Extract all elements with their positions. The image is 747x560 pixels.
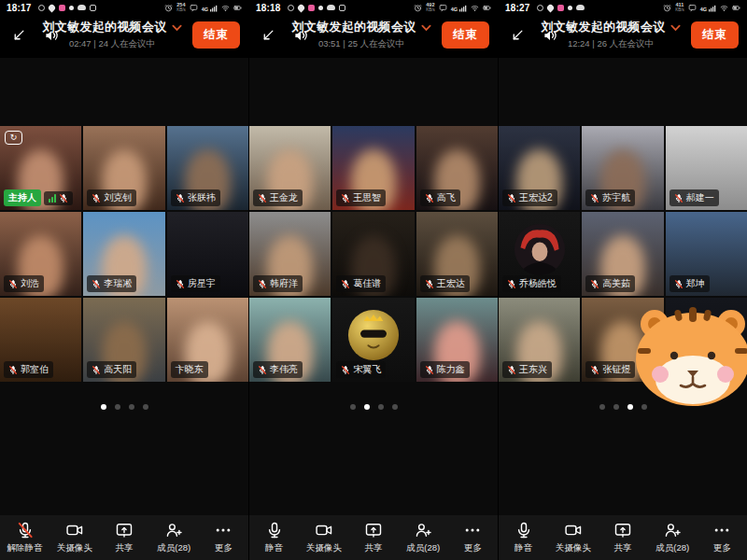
share-button[interactable]: 共享 xyxy=(598,521,647,554)
participant-tile[interactable]: 王宏达 xyxy=(416,212,498,296)
participant-tile[interactable]: 王东兴 xyxy=(499,298,580,382)
more-button[interactable]: 更多 xyxy=(448,521,498,554)
participant-tile[interactable]: 高美茹 xyxy=(582,212,663,296)
battery-icon xyxy=(483,4,491,12)
muted-mic-icon xyxy=(425,279,434,289)
participant-tile[interactable]: 房星宇 xyxy=(167,212,248,296)
camera-button[interactable]: 关摄像头 xyxy=(299,521,348,554)
participant-tile[interactable]: 李瑞凇 xyxy=(83,212,164,296)
participant-tile[interactable]: 刘克钊 xyxy=(83,126,164,210)
participant-tile[interactable]: 陈力鑫 xyxy=(416,298,498,382)
participant-name: 刘克钊 xyxy=(104,191,132,204)
tile-badges: 高天阳 xyxy=(87,361,136,378)
unmute-button[interactable]: 解除静音 xyxy=(0,521,49,554)
host-status-chip xyxy=(44,191,73,205)
page-dot xyxy=(143,404,148,410)
cellular-4g-icon: 4G xyxy=(451,4,467,12)
participant-name-label: 王宏达 xyxy=(420,275,470,292)
muted-mic-icon xyxy=(425,365,434,375)
share-button[interactable]: 共享 xyxy=(99,521,148,554)
battery-icon xyxy=(233,4,242,12)
tile-badges: 王金龙 xyxy=(253,189,303,206)
meeting-title[interactable]: 刘文敏发起的视频会议 xyxy=(292,19,431,35)
minimize-icon[interactable] xyxy=(8,25,29,46)
participant-tile[interactable]: 王思智 xyxy=(332,126,414,210)
more-icon xyxy=(463,521,482,539)
participant-tile[interactable]: 郭室伯 xyxy=(0,298,81,382)
participant-tile[interactable]: 郝建一 xyxy=(666,126,747,210)
participant-tile[interactable]: 韩府洋 xyxy=(249,212,331,296)
meeting-subtitle: 03:51 | 25 人在会议中 xyxy=(283,38,440,50)
members-button[interactable]: 成员(28) xyxy=(149,521,199,554)
participant-name: 乔杨皓悦 xyxy=(519,277,557,290)
page-dot xyxy=(115,404,120,410)
participant-tile[interactable]: 卞晓东 xyxy=(167,298,248,382)
participant-name: 葛佳谱 xyxy=(353,277,381,290)
participant-tile[interactable]: 葛佳谱 xyxy=(332,212,414,296)
tile-badges: 刘浩 xyxy=(4,275,44,292)
participant-tile[interactable]: 张朕祎 xyxy=(167,126,248,210)
end-meeting-button[interactable]: 结束 xyxy=(442,21,489,49)
participant-name: 郑坤 xyxy=(686,277,705,290)
participant-tile[interactable]: 高飞 xyxy=(416,126,498,210)
meeting-title[interactable]: 刘文敏发起的视频会议 xyxy=(542,19,681,35)
camera-icon xyxy=(563,521,584,539)
participant-tile[interactable]: 乔杨皓悦 xyxy=(499,212,580,296)
meeting-window-2: 18:18 492KB/s4G 刘文敏发起的视频会议 03:51 | 25 人在… xyxy=(248,0,498,560)
minimize-icon[interactable] xyxy=(258,25,278,46)
chevron-down-icon xyxy=(172,19,182,35)
toolbar-label: 静音 xyxy=(514,542,532,554)
title-bar: 刘文敏发起的视频会议 03:51 | 25 人在会议中 结束 xyxy=(249,15,498,58)
minimize-icon[interactable] xyxy=(507,25,528,46)
participant-name-label: 郭室伯 xyxy=(4,361,53,378)
more-button[interactable]: 更多 xyxy=(199,521,248,554)
status-icon-circle xyxy=(38,5,45,11)
members-icon xyxy=(414,521,433,539)
meeting-title[interactable]: 刘文敏发起的视频会议 xyxy=(43,19,182,35)
tile-badges: 房星宇 xyxy=(171,275,220,292)
more-button[interactable]: 更多 xyxy=(698,521,747,554)
tile-badges: 李伟亮 xyxy=(253,361,303,378)
share-icon xyxy=(613,521,632,539)
participant-name-label: 房星宇 xyxy=(171,275,220,292)
participant-tile[interactable]: 李伟亮 xyxy=(249,298,331,382)
members-button[interactable]: 成员(28) xyxy=(399,521,448,554)
participant-name: 房星宇 xyxy=(188,277,216,290)
muted-mic-icon xyxy=(258,279,267,289)
toolbar-label: 静音 xyxy=(265,542,283,554)
toolbar-label: 更多 xyxy=(713,542,731,554)
status-left-icons xyxy=(537,5,585,11)
participant-name-label: 宋翼飞 xyxy=(336,361,386,378)
share-icon xyxy=(115,521,134,539)
end-meeting-button[interactable]: 结束 xyxy=(192,21,240,49)
participant-tile[interactable]: 主持人 xyxy=(0,126,81,210)
mute-button[interactable]: 静音 xyxy=(249,521,299,554)
participant-tile[interactable]: 郑坤 xyxy=(666,212,747,296)
status-right-icons: 492KB/s4G xyxy=(414,3,491,12)
participant-tile[interactable]: 王宏达2 xyxy=(499,126,580,210)
page-dot xyxy=(392,404,398,410)
tile-badges: 宋翼飞 xyxy=(336,361,386,378)
participant-tile[interactable]: 苏宇航 xyxy=(582,126,663,210)
participant-tile[interactable]: 高天阳 xyxy=(83,298,164,382)
end-meeting-button[interactable]: 结束 xyxy=(691,21,739,49)
participant-tile[interactable]: 刘浩 xyxy=(0,212,81,296)
toolbar-label: 关摄像头 xyxy=(556,542,591,554)
camera-button[interactable]: 关摄像头 xyxy=(548,521,598,554)
participant-tile[interactable]: 王金龙 xyxy=(249,126,331,210)
members-button[interactable]: 成员(28) xyxy=(648,521,698,554)
flip-camera-icon[interactable] xyxy=(5,131,22,145)
page-dot-active xyxy=(364,404,370,410)
share-button[interactable]: 共享 xyxy=(348,521,398,554)
participant-name-label: 高天阳 xyxy=(87,361,136,378)
toolbar-label: 成员(28) xyxy=(157,542,190,554)
camera-button[interactable]: 关摄像头 xyxy=(49,521,99,554)
participant-name-label: 韩府洋 xyxy=(253,275,303,292)
participant-name-label: 高美茹 xyxy=(585,275,635,292)
status-icon-circle xyxy=(537,5,543,11)
participant-tile[interactable] xyxy=(666,298,747,382)
mute-button[interactable]: 静音 xyxy=(499,521,548,554)
participant-tile[interactable]: 宋翼飞 xyxy=(332,298,414,382)
meeting-windows: 18:17 254KB/s4G 刘文敏发起的视频会议 02:47 | 24 人在… xyxy=(0,0,747,560)
bottom-toolbar: 静音关摄像头共享成员(28)更多 xyxy=(249,515,498,560)
